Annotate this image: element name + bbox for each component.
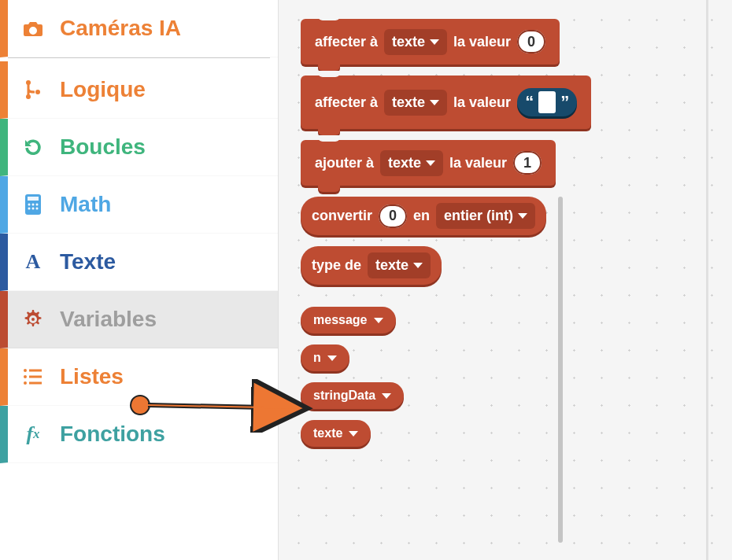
chevron-down-icon — [430, 39, 439, 45]
chevron-down-icon — [349, 431, 358, 437]
sidebar-item-label: Variables — [60, 307, 157, 332]
block-variable-message[interactable]: message — [301, 307, 396, 333]
variable-name: texte — [313, 426, 342, 440]
chevron-down-icon — [518, 213, 527, 219]
type-dropdown[interactable]: entier (int) — [436, 203, 535, 229]
quote-left-icon: “ — [525, 94, 534, 111]
sidebar-item-label: Listes — [60, 364, 124, 389]
variable-dropdown[interactable]: texte — [368, 252, 431, 278]
svg-point-8 — [28, 208, 31, 210]
block-variable-stringdata[interactable]: stringData — [301, 382, 404, 409]
dropdown-label: entier (int) — [444, 208, 513, 224]
number-input[interactable]: 0 — [379, 204, 407, 228]
dropdown-label: texte — [375, 257, 409, 274]
svg-point-1 — [26, 94, 31, 99]
variable-name: message — [313, 313, 368, 327]
camera-icon — [19, 20, 47, 37]
canvas-edge — [706, 0, 708, 560]
svg-rect-14 — [29, 376, 42, 378]
sidebar-item-label: Fonctions — [60, 422, 165, 447]
quote-right-icon: ” — [560, 94, 569, 111]
calculator-icon — [19, 193, 47, 216]
string-input-pill[interactable]: “ ” — [517, 88, 577, 116]
block-set-variable-number[interactable]: affecter à texte la valeur 0 — [301, 19, 560, 64]
gear-icon — [19, 309, 47, 330]
dropdown-label: texte — [392, 94, 425, 111]
svg-point-9 — [32, 208, 35, 210]
block-text: la valeur — [453, 94, 511, 111]
svg-point-11 — [24, 369, 27, 372]
sidebar-item-label: Logique — [60, 77, 146, 102]
block-set-variable-string[interactable]: affecter à texte la valeur “ ” — [301, 76, 591, 129]
block-text: en — [413, 208, 430, 224]
fx-icon: fx — [19, 422, 47, 446]
block-convert[interactable]: convertir 0 en entier (int) — [301, 197, 546, 235]
variable-name: n — [313, 351, 321, 365]
divider — [8, 57, 270, 58]
svg-point-2 — [35, 90, 40, 94]
chevron-down-icon — [426, 160, 435, 166]
scrollbar[interactable] — [558, 197, 563, 543]
block-text: la valeur — [453, 34, 511, 50]
svg-point-15 — [24, 381, 27, 385]
sidebar-item-label: Boucles — [60, 134, 146, 160]
variable-name: stringData — [313, 389, 375, 403]
sidebar-item-fonctions[interactable]: fx Fonctions — [0, 406, 278, 463]
svg-point-7 — [36, 204, 39, 206]
sidebar-item-variables[interactable]: Variables — [0, 291, 278, 348]
chevron-down-icon — [430, 100, 439, 105]
sidebar-item-listes[interactable]: Listes — [0, 348, 278, 406]
block-text: type de — [312, 257, 361, 274]
block-text: la valeur — [449, 155, 507, 171]
block-text: affecter à — [315, 34, 378, 50]
svg-point-13 — [24, 375, 27, 378]
sidebar-item-texte[interactable]: A Texte — [0, 234, 278, 291]
number-input[interactable]: 1 — [513, 151, 542, 175]
sidebar-item-boucles[interactable]: Boucles — [0, 119, 278, 176]
variable-dropdown[interactable]: texte — [380, 150, 443, 176]
block-palette: affecter à texte la valeur 0 affecter à … — [279, 0, 732, 560]
block-text: ajouter à — [315, 155, 374, 171]
number-input[interactable]: 0 — [517, 30, 545, 53]
chevron-down-icon — [327, 356, 337, 361]
category-sidebar: Caméras IA Logique Boucles Math A Texte — [0, 0, 279, 560]
block-variable-n[interactable]: n — [301, 344, 349, 371]
variable-dropdown[interactable]: texte — [384, 90, 447, 116]
svg-point-5 — [28, 204, 31, 206]
chevron-down-icon — [382, 393, 391, 399]
svg-rect-16 — [29, 382, 42, 385]
list-icon — [19, 368, 47, 385]
sidebar-item-label: Caméras IA — [60, 16, 181, 41]
branch-icon — [19, 79, 47, 100]
block-text: convertir — [312, 208, 372, 224]
block-variable-texte[interactable]: texte — [301, 420, 371, 447]
block-change-variable[interactable]: ajouter à texte la valeur 1 — [301, 140, 556, 186]
chevron-down-icon — [413, 263, 423, 268]
svg-point-6 — [32, 204, 35, 206]
variable-dropdown[interactable]: texte — [384, 29, 447, 55]
svg-point-10 — [36, 208, 39, 210]
sidebar-item-cameras-ia[interactable]: Caméras IA — [0, 0, 278, 57]
block-type-of[interactable]: type de texte — [301, 246, 442, 285]
sidebar-item-logique[interactable]: Logique — [0, 61, 278, 119]
sidebar-item-label: Texte — [60, 249, 116, 274]
svg-rect-4 — [28, 197, 39, 201]
string-input[interactable] — [538, 91, 556, 113]
dropdown-label: texte — [392, 34, 425, 50]
svg-rect-12 — [29, 370, 42, 372]
chevron-down-icon — [374, 318, 383, 323]
sidebar-item-math[interactable]: Math — [0, 176, 278, 234]
sidebar-item-label: Math — [60, 192, 111, 217]
block-text: affecter à — [315, 94, 378, 111]
redo-icon — [19, 137, 47, 157]
svg-point-0 — [26, 80, 31, 85]
dropdown-label: texte — [388, 155, 421, 171]
letter-a-icon: A — [19, 250, 47, 274]
